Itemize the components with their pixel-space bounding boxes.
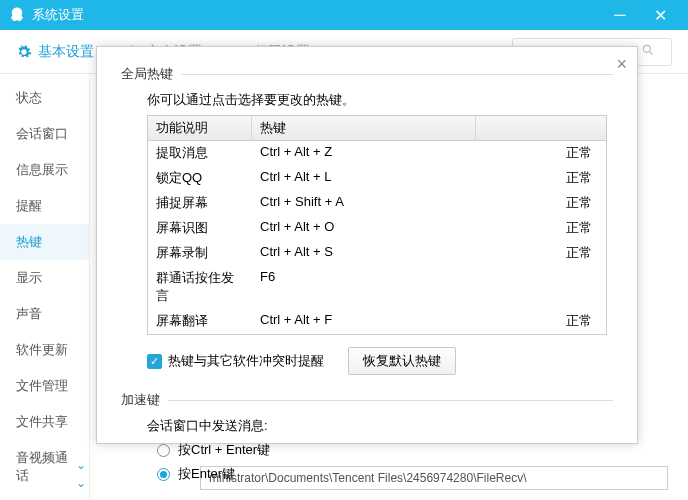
tab-basic[interactable]: 基本设置 xyxy=(16,43,94,61)
hotkey-key: Ctrl + Alt + Z xyxy=(252,143,476,163)
check-icon: ✓ xyxy=(147,354,162,369)
radio-icon xyxy=(157,444,170,457)
hotkey-row[interactable]: 屏幕识图Ctrl + Alt + O正常 xyxy=(148,216,606,241)
hotkey-row[interactable]: 屏幕翻译Ctrl + Alt + F正常 xyxy=(148,309,606,334)
chevron-down-icon[interactable]: ⌄ xyxy=(76,476,86,490)
tab-basic-label: 基本设置 xyxy=(38,43,94,61)
header-hotkey: 热键 xyxy=(252,116,476,140)
hotkey-function: 屏幕翻译 xyxy=(148,311,252,331)
section-accelerator: 加速键 xyxy=(121,391,160,409)
gear-icon xyxy=(16,44,32,60)
hotkey-row[interactable]: 提取消息Ctrl + Alt + Z正常 xyxy=(148,141,606,166)
header-status xyxy=(476,116,606,140)
sidebar-item[interactable]: 提醒 xyxy=(0,188,89,224)
minimize-button[interactable]: ─ xyxy=(600,0,640,30)
hotkey-key: Ctrl + Alt + O xyxy=(252,218,476,238)
hotkey-table-header: 功能说明 热键 xyxy=(148,116,606,141)
hotkey-tip: 你可以通过点击选择要更改的热键。 xyxy=(147,91,613,109)
hotkey-status xyxy=(476,268,606,306)
hotkey-dialog: × 全局热键 你可以通过点击选择要更改的热键。 功能说明 热键 提取消息Ctrl… xyxy=(96,46,638,444)
hotkey-status: 正常 xyxy=(476,311,606,331)
dialog-close-button[interactable]: × xyxy=(616,55,627,73)
sidebar-item[interactable]: 文件管理 xyxy=(0,368,89,404)
sidebar-item[interactable]: 信息展示 xyxy=(0,152,89,188)
radio-ctrl-enter[interactable]: 按Ctrl + Enter键 xyxy=(157,441,613,459)
hotkey-function: 屏幕录制 xyxy=(148,243,252,263)
conflict-label: 热键与其它软件冲突时提醒 xyxy=(168,352,324,370)
send-label: 会话窗口中发送消息: xyxy=(147,417,613,435)
titlebar: 系统设置 ─ ✕ xyxy=(0,0,688,30)
sidebar: 状态会话窗口信息展示提醒热键显示声音软件更新文件管理文件共享音视频通话 xyxy=(0,74,90,500)
svg-point-1 xyxy=(643,45,650,52)
sidebar-item[interactable]: 状态 xyxy=(0,80,89,116)
radio-enter[interactable]: 按Enter键 xyxy=(157,465,613,483)
hotkey-table[interactable]: 功能说明 热键 提取消息Ctrl + Alt + Z正常锁定QQCtrl + A… xyxy=(147,115,607,335)
hotkey-row[interactable]: 屏幕录制Ctrl + Alt + S正常 xyxy=(148,241,606,266)
hotkey-key: Ctrl + Alt + S xyxy=(252,243,476,263)
section-global-hotkey: 全局热键 xyxy=(121,65,173,83)
sidebar-item[interactable]: 会话窗口 xyxy=(0,116,89,152)
hotkey-function: 锁定QQ xyxy=(148,168,252,188)
scroll-arrows: ⌄ ⌄ xyxy=(76,458,86,490)
restore-defaults-button[interactable]: 恢复默认热键 xyxy=(348,347,456,375)
hotkey-status: 正常 xyxy=(476,168,606,188)
hotkey-row[interactable]: 捕捉屏幕Ctrl + Shift + A正常 xyxy=(148,191,606,216)
conflict-checkbox[interactable]: ✓ 热键与其它软件冲突时提醒 xyxy=(147,352,324,370)
sidebar-item[interactable]: 显示 xyxy=(0,260,89,296)
sidebar-item[interactable]: 声音 xyxy=(0,296,89,332)
hotkey-function: 群通话按住发言 xyxy=(148,268,252,306)
hotkey-status: 正常 xyxy=(476,243,606,263)
hotkey-function: 屏幕识图 xyxy=(148,218,252,238)
hotkey-key: Ctrl + Alt + L xyxy=(252,168,476,188)
hotkey-key: F6 xyxy=(252,268,476,306)
sidebar-item[interactable]: 文件共享 xyxy=(0,404,89,440)
close-window-button[interactable]: ✕ xyxy=(640,0,680,30)
hotkey-key: Ctrl + Shift + A xyxy=(252,193,476,213)
chevron-down-icon[interactable]: ⌄ xyxy=(76,458,86,472)
hotkey-function: 捕捉屏幕 xyxy=(148,193,252,213)
hotkey-row[interactable]: 群通话按住发言F6 xyxy=(148,266,606,309)
window-title: 系统设置 xyxy=(32,6,84,24)
hotkey-status: 正常 xyxy=(476,143,606,163)
penguin-icon xyxy=(8,6,26,24)
hotkey-function: 提取消息 xyxy=(148,143,252,163)
svg-line-2 xyxy=(650,52,653,55)
sidebar-item[interactable]: 软件更新 xyxy=(0,332,89,368)
sidebar-item[interactable]: 热键 xyxy=(0,224,89,260)
hotkey-key: Ctrl + Alt + F xyxy=(252,311,476,331)
header-function: 功能说明 xyxy=(148,116,252,140)
search-icon xyxy=(641,43,655,60)
hotkey-row[interactable]: 锁定QQCtrl + Alt + L正常 xyxy=(148,166,606,191)
hotkey-status: 正常 xyxy=(476,193,606,213)
radio-icon xyxy=(157,468,170,481)
hotkey-status: 正常 xyxy=(476,218,606,238)
